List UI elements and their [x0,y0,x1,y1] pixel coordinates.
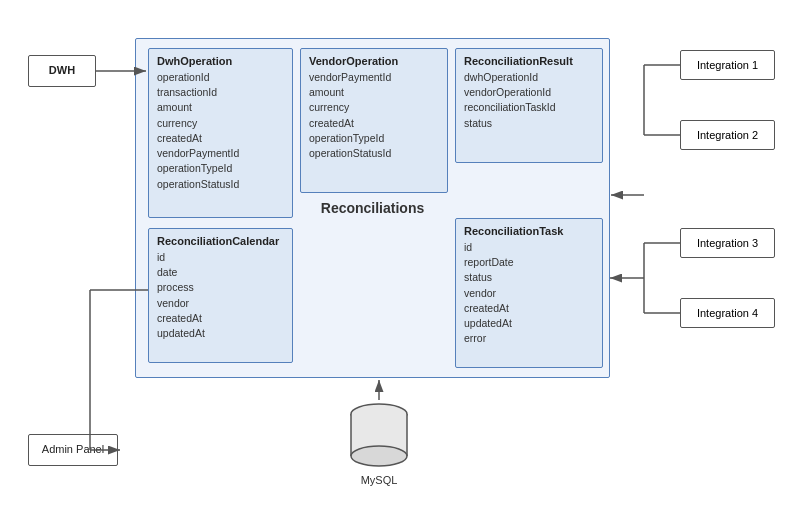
integration-2-label: Integration 2 [697,129,758,141]
reconciliation-task-box: ReconciliationTask id reportDate status … [455,218,603,368]
reconciliation-calendar-title: ReconciliationCalendar [157,235,284,247]
reconciliation-result-title: ReconciliationResult [464,55,594,67]
mysql-cylinder: MySQL [348,400,410,486]
dwh-box: DWH [28,55,96,87]
integration-3-label: Integration 3 [697,237,758,249]
reconciliation-calendar-box: ReconciliationCalendar id date process v… [148,228,293,363]
reconciliation-task-fields: id reportDate status vendor createdAt up… [464,240,594,347]
admin-panel-box: Admin Panel [28,434,118,466]
dwh-operation-title: DwhOperation [157,55,284,67]
reconciliation-task-title: ReconciliationTask [464,225,594,237]
integration-1-box: Integration 1 [680,50,775,80]
reconciliation-result-box: ReconciliationResult dwhOperationId vend… [455,48,603,163]
admin-panel-label: Admin Panel [42,443,104,455]
mysql-cylinder-svg [348,400,410,470]
dwh-operation-box: DwhOperation operationId transactionId a… [148,48,293,218]
vendor-operation-fields: vendorPaymentId amount currency createdA… [309,70,439,161]
svg-point-4 [351,446,407,466]
reconciliations-label: Reconciliations [321,200,424,216]
integration-4-label: Integration 4 [697,307,758,319]
integration-1-label: Integration 1 [697,59,758,71]
reconciliation-calendar-fields: id date process vendor createdAt updated… [157,250,284,341]
mysql-label: MySQL [361,474,398,486]
integration-4-box: Integration 4 [680,298,775,328]
diagram: Reconciliations DwhOperation operationId… [0,0,800,521]
integration-2-box: Integration 2 [680,120,775,150]
reconciliation-result-fields: dwhOperationId vendorOperationId reconci… [464,70,594,131]
vendor-operation-box: VendorOperation vendorPaymentId amount c… [300,48,448,193]
vendor-operation-title: VendorOperation [309,55,439,67]
dwh-operation-fields: operationId transactionId amount currenc… [157,70,284,192]
integration-3-box: Integration 3 [680,228,775,258]
dwh-label: DWH [49,64,75,76]
